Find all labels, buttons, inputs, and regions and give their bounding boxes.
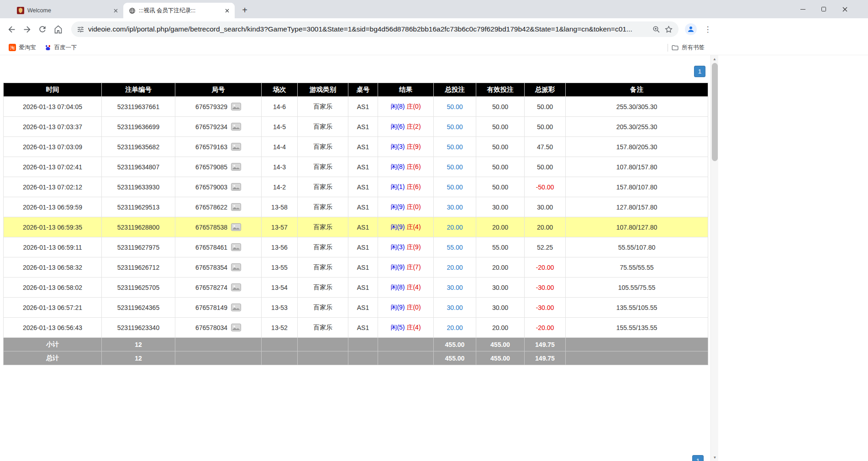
tab-title: Welcome (27, 7, 108, 14)
cell-remark: 135.55/105.55 (566, 298, 708, 318)
cell-time: 2026-01-13 07:02:41 (4, 157, 102, 177)
table-row: 2026-01-13 06:59:35523119628800676578538… (4, 217, 708, 237)
round-video-icon[interactable] (231, 103, 241, 110)
cell-total-bet[interactable]: 50.00 (434, 177, 476, 197)
cell-total-bet[interactable]: 50.00 (434, 117, 476, 137)
tab-close-icon[interactable] (223, 6, 231, 15)
cell-total-bet[interactable]: 50.00 (434, 137, 476, 157)
new-tab-button[interactable]: + (238, 4, 251, 16)
round-video-icon[interactable] (231, 223, 241, 231)
pagination-page-1[interactable]: 1 (694, 66, 705, 77)
reload-button[interactable] (35, 21, 50, 37)
footer-empty-cell (298, 351, 348, 365)
profile-avatar[interactable] (685, 23, 697, 35)
round-number-text: 676578354 (195, 264, 227, 271)
bet-records-table: 时间注单编号局号场次游戏类别桌号结果总投注有效投注总派彩备注 2026-01-1… (3, 83, 708, 365)
result-player: 闲(8) (390, 283, 405, 291)
page-scrollbar[interactable]: ▲ ▼ (710, 55, 718, 461)
url-text: videoie.com/ipl/portal.php/game/betrecor… (88, 25, 648, 33)
cell-total-bet[interactable]: 20.00 (434, 318, 476, 338)
table-row: 2026-01-13 06:57:21523119624365676578149… (4, 298, 708, 318)
cell-table-number: AS1 (348, 97, 378, 117)
forward-button[interactable] (19, 21, 35, 37)
tab-bet-records[interactable]: :::视讯 会员下注纪录::: (123, 3, 235, 18)
cell-valid-bet: 50.00 (476, 137, 525, 157)
back-button[interactable] (4, 21, 19, 37)
round-video-icon[interactable] (231, 304, 241, 311)
round-number-text: 676578461 (195, 244, 227, 251)
scroll-down-arrow-icon[interactable]: ▼ (711, 454, 719, 461)
cell-total-bet[interactable]: 20.00 (434, 217, 476, 237)
cell-round-number: 676578274 (175, 278, 262, 298)
bookmark-star-icon[interactable] (664, 25, 673, 34)
reload-icon (38, 25, 47, 34)
footer-empty-cell (348, 338, 378, 351)
minimize-button[interactable] (792, 0, 813, 18)
round-video-icon[interactable] (231, 243, 241, 251)
cell-valid-bet: 50.00 (476, 117, 525, 137)
minimize-icon (800, 9, 805, 10)
cell-payout: 50.00 (525, 97, 566, 117)
cell-total-bet[interactable]: 50.00 (434, 97, 476, 117)
round-video-icon[interactable] (231, 183, 241, 191)
cell-total-bet[interactable]: 20.00 (434, 257, 476, 278)
round-video-icon[interactable] (231, 143, 241, 151)
scroll-up-arrow-icon[interactable]: ▲ (711, 55, 718, 63)
result-player: 闲(8) (390, 103, 405, 110)
table-row: 2026-01-13 06:56:43523119623340676578034… (4, 318, 708, 338)
home-button[interactable] (50, 21, 66, 37)
cell-payout: 50.00 (525, 117, 566, 137)
cell-valid-bet: 55.00 (476, 237, 525, 257)
cell-total-bet[interactable]: 30.00 (434, 298, 476, 318)
cell-game-type: 百家乐 (298, 137, 348, 157)
cell-valid-bet: 30.00 (476, 197, 525, 217)
cell-result: 闲(9) 庄(0) (378, 298, 434, 318)
cell-total-bet[interactable]: 30.00 (434, 197, 476, 217)
scrollbar-thumb[interactable] (712, 63, 718, 161)
close-button[interactable] (834, 0, 855, 18)
all-bookmarks-button[interactable]: 所有书签 (671, 44, 705, 52)
round-number-text: 676578274 (195, 284, 227, 291)
maximize-button[interactable] (813, 0, 834, 18)
site-settings-icon[interactable] (77, 26, 84, 33)
all-bookmarks-label: 所有书签 (682, 44, 705, 52)
cell-payout: -30.00 (525, 278, 566, 298)
round-number-text: 676579085 (195, 163, 227, 171)
url-bar[interactable]: videoie.com/ipl/portal.php/game/betrecor… (71, 21, 679, 37)
cell-total-bet[interactable]: 55.00 (434, 237, 476, 257)
bookmarks-right-group: 所有书签 (668, 40, 705, 55)
cell-time: 2026-01-13 06:57:21 (4, 298, 102, 318)
tab-welcome[interactable]: Welcome (12, 3, 123, 18)
globe-favicon (128, 7, 136, 14)
cell-remark: 55.55/107.80 (566, 237, 708, 257)
maximize-icon (821, 7, 826, 11)
cell-table-number: AS1 (348, 137, 378, 157)
cell-payout: -20.00 (525, 257, 566, 278)
tab-close-icon[interactable] (111, 6, 120, 15)
round-video-icon[interactable] (231, 123, 241, 131)
footer-row-total: 总计12455.00455.00149.75 (4, 351, 708, 365)
cell-round-number: 676579234 (175, 117, 262, 137)
round-video-icon[interactable] (231, 203, 241, 211)
footer-empty-cell (175, 338, 262, 351)
cell-total-bet[interactable]: 50.00 (434, 157, 476, 177)
browser-menu-button[interactable]: ⋮ (702, 24, 713, 35)
bookmark-taobao[interactable]: 淘 爱淘宝 (5, 42, 40, 53)
svg-text:淘: 淘 (10, 45, 15, 50)
round-video-icon[interactable] (231, 163, 241, 171)
cell-session: 13-53 (262, 298, 298, 318)
cell-total-bet[interactable]: 30.00 (434, 278, 476, 298)
bookmark-baidu[interactable]: 百度一下 (40, 42, 81, 53)
round-video-icon[interactable] (231, 263, 241, 271)
cell-session: 14-3 (262, 157, 298, 177)
table-row: 2026-01-13 07:03:37523119636699676579234… (4, 117, 708, 137)
footer-count: 12 (102, 351, 175, 365)
zoom-icon[interactable] (652, 25, 661, 34)
round-video-icon[interactable] (231, 283, 241, 291)
pagination-page-1-bottom[interactable]: 1 (692, 455, 704, 461)
round-number-text: 676578622 (195, 204, 227, 211)
round-video-icon[interactable] (231, 324, 241, 331)
result-player: 闲(9) (390, 223, 405, 230)
result-player: 闲(6) (390, 123, 405, 130)
result-banker: 庄(6) (406, 163, 421, 170)
